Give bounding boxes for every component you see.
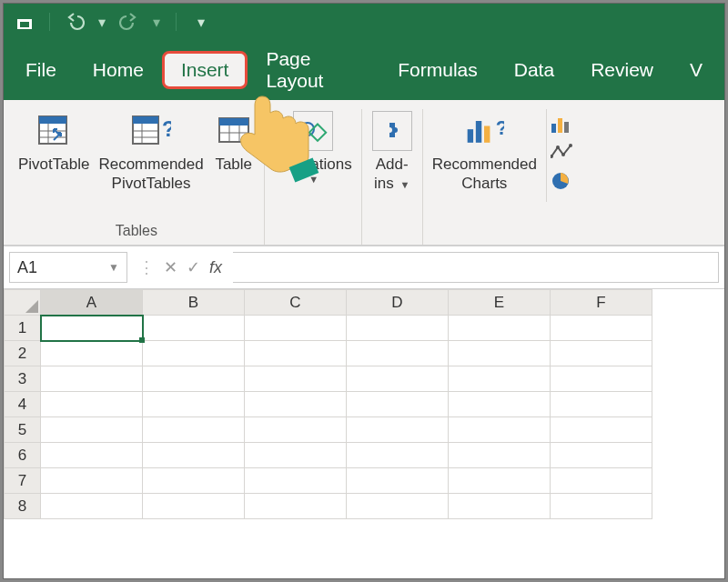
cell[interactable] (245, 494, 347, 519)
cell[interactable] (143, 366, 245, 392)
row-header[interactable]: 7 (5, 468, 41, 494)
cell[interactable] (449, 316, 551, 341)
cell[interactable] (347, 468, 449, 494)
cell[interactable] (245, 468, 347, 494)
save-icon[interactable] (15, 12, 35, 32)
formula-bar-input[interactable] (233, 252, 719, 283)
cell[interactable] (347, 494, 449, 519)
row-header[interactable]: 3 (5, 366, 41, 392)
cell[interactable] (551, 392, 652, 417)
cell[interactable] (449, 443, 551, 468)
cell[interactable] (143, 341, 245, 366)
cell[interactable] (245, 316, 347, 341)
cell[interactable] (245, 341, 347, 366)
tab-home[interactable]: Home (75, 52, 162, 88)
cell[interactable] (551, 341, 652, 366)
title-bar: ▾ ▾ ▾ (4, 4, 724, 40)
column-header[interactable]: A (41, 290, 143, 316)
fx-icon[interactable]: fx (209, 258, 222, 277)
illustrations-button[interactable]: Illustrations ▼ (270, 109, 356, 188)
cell[interactable] (551, 366, 652, 392)
cell[interactable] (551, 316, 652, 341)
cell[interactable] (41, 468, 143, 494)
cell[interactable] (245, 366, 347, 392)
cell[interactable] (245, 417, 347, 443)
row-header[interactable]: 6 (5, 443, 41, 468)
spreadsheet-grid[interactable]: A B C D E F 12345678 (4, 289, 724, 578)
cell[interactable] (245, 443, 347, 468)
cell[interactable] (449, 494, 551, 519)
tab-page-layout[interactable]: Page Layout (248, 41, 379, 99)
cell[interactable] (41, 366, 143, 392)
cell[interactable] (347, 366, 449, 392)
table-row: 3 (5, 366, 725, 392)
cell[interactable] (143, 392, 245, 417)
cell[interactable] (143, 443, 245, 468)
drag-handle-icon[interactable]: ⋮ (138, 257, 155, 277)
column-header[interactable]: F (551, 290, 652, 316)
redo-dropdown-icon[interactable]: ▾ (152, 12, 161, 32)
cell[interactable] (143, 316, 245, 341)
cell[interactable] (449, 468, 551, 494)
redo-icon[interactable] (119, 12, 139, 32)
cell[interactable] (143, 468, 245, 494)
undo-icon[interactable] (65, 12, 85, 32)
column-header[interactable]: E (449, 290, 551, 316)
row-header[interactable]: 4 (5, 392, 41, 417)
excel-window: ▾ ▾ ▾ File Home Insert Page Layout Formu… (3, 3, 725, 579)
row-header[interactable]: 2 (5, 341, 41, 366)
cell[interactable] (347, 316, 449, 341)
cell[interactable] (449, 417, 551, 443)
cell[interactable] (41, 417, 143, 443)
cell[interactable] (347, 417, 449, 443)
select-all-corner[interactable] (5, 290, 41, 316)
line-chart-icon[interactable] (551, 144, 574, 164)
row-header[interactable]: 5 (5, 417, 41, 443)
cell[interactable] (551, 417, 652, 443)
addins-label-2: ins (374, 175, 394, 192)
cell[interactable] (245, 392, 347, 417)
cell[interactable] (449, 366, 551, 392)
table-row: 6 (5, 443, 725, 468)
row-header[interactable]: 1 (5, 316, 41, 341)
table-button[interactable]: Table (209, 109, 258, 176)
cell[interactable] (41, 443, 143, 468)
column-header[interactable]: D (347, 290, 449, 316)
ribbon-group-charts: ? Recommended Charts (423, 109, 546, 245)
tab-review[interactable]: Review (572, 52, 672, 88)
recommended-charts-button[interactable]: ? Recommended Charts (429, 109, 541, 196)
tab-view[interactable]: V (672, 52, 721, 88)
bar-chart-icon[interactable] (551, 116, 574, 136)
column-header[interactable]: B (143, 290, 245, 316)
column-header[interactable]: C (245, 290, 347, 316)
cell[interactable] (551, 443, 652, 468)
cell[interactable] (143, 417, 245, 443)
cell[interactable] (347, 392, 449, 417)
row-header[interactable]: 8 (5, 494, 41, 519)
cell[interactable] (41, 392, 143, 417)
name-box[interactable]: A1 ▼ (9, 252, 127, 283)
tab-data[interactable]: Data (496, 52, 572, 88)
cell[interactable] (551, 468, 652, 494)
cell[interactable] (41, 316, 143, 341)
cell[interactable] (347, 341, 449, 366)
cell[interactable] (449, 392, 551, 417)
undo-dropdown-icon[interactable]: ▾ (97, 12, 106, 32)
enter-icon[interactable]: ✓ (187, 257, 200, 277)
ribbon: PivotTable ? Recommended (4, 100, 724, 246)
cell[interactable] (347, 443, 449, 468)
tab-file[interactable]: File (7, 52, 75, 88)
tab-insert[interactable]: Insert (162, 51, 248, 89)
cancel-icon[interactable]: ✕ (164, 257, 177, 277)
cell[interactable] (143, 494, 245, 519)
customize-qat-icon[interactable]: ▾ (191, 12, 211, 32)
cell[interactable] (41, 494, 143, 519)
recommended-pivottables-button[interactable]: ? Recommended PivotTables (95, 109, 207, 196)
tab-formulas[interactable]: Formulas (379, 52, 496, 88)
cell[interactable] (551, 494, 652, 519)
pivottable-button[interactable]: PivotTable (15, 109, 93, 176)
addins-button[interactable]: Add- ins ▼ (368, 109, 417, 196)
cell[interactable] (41, 341, 143, 366)
cell[interactable] (449, 341, 551, 366)
pie-chart-icon[interactable] (551, 171, 574, 195)
